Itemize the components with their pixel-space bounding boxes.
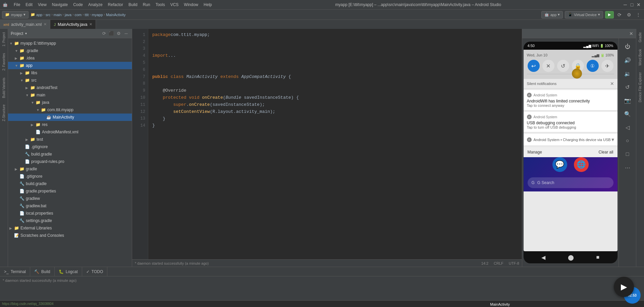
breadcrumb-app[interactable]: app bbox=[36, 13, 42, 17]
tree-item[interactable]: 🔧 gradlew.bat bbox=[8, 202, 132, 210]
tab-activity-xml[interactable]: xml activity_main.xml ✕ bbox=[0, 20, 50, 29]
expand-icon[interactable]: ▾ bbox=[611, 136, 614, 143]
tab-close-icon[interactable]: ✕ bbox=[44, 22, 47, 27]
tab-favorites[interactable]: 2: Favorites bbox=[0, 50, 8, 74]
home-button[interactable]: ⬤ bbox=[568, 254, 574, 261]
breadcrumb-src[interactable]: src bbox=[46, 13, 51, 17]
tree-item[interactable]: 📄 AndroidManifest.xml bbox=[8, 128, 132, 136]
menu-vcs[interactable]: VCS bbox=[168, 2, 181, 8]
tree-item[interactable]: 📄 .gitignore bbox=[8, 173, 132, 180]
sync-icon[interactable]: ⟳ bbox=[101, 31, 107, 37]
menu-edit[interactable]: Edit bbox=[23, 2, 35, 8]
quick-wifi-button[interactable]: ↩ bbox=[528, 60, 540, 72]
tab-todo[interactable]: ✓ TODO bbox=[82, 267, 107, 276]
tree-item[interactable]: ▶ 📁 libs bbox=[8, 69, 132, 77]
minimize-button[interactable]: ─ bbox=[623, 2, 628, 7]
breadcrumb-java[interactable]: java bbox=[65, 13, 71, 17]
tree-item[interactable]: ▼ 📁 app bbox=[8, 62, 132, 69]
tree-item[interactable]: 📄 local.properties bbox=[8, 210, 132, 217]
notification-close-icon[interactable]: ✕ bbox=[610, 81, 614, 86]
volume-up-button[interactable]: 🔊 bbox=[622, 54, 633, 66]
power-button[interactable]: ⏻ bbox=[622, 41, 633, 52]
tab-logcat[interactable]: 🐛 Logcat bbox=[55, 267, 82, 276]
tab-project[interactable]: 1: Project bbox=[0, 29, 8, 50]
code-lines[interactable]: package com.ttit.myapp; import ... publi… bbox=[148, 29, 522, 259]
clear-all-button[interactable]: Clear all bbox=[598, 150, 613, 155]
run-button[interactable]: ▶ bbox=[605, 11, 614, 18]
menu-analyze[interactable]: Analyze bbox=[86, 2, 105, 8]
menu-refactor[interactable]: Refactor bbox=[106, 2, 125, 8]
tree-item[interactable]: ▶ 📁 test bbox=[8, 136, 132, 143]
tree-item[interactable]: ▶ 📁 .idea bbox=[8, 54, 132, 62]
close-button[interactable]: ✕ bbox=[636, 2, 641, 7]
tab-gradle[interactable]: Gradle bbox=[636, 29, 644, 46]
quick-rotate-button[interactable]: ↺ bbox=[557, 60, 569, 72]
floating-play-button[interactable]: ▶ bbox=[614, 277, 634, 297]
collapse-icon[interactable]: ⬛ bbox=[108, 31, 114, 37]
tree-item[interactable]: 🔧 gradlew bbox=[8, 195, 132, 202]
quick-data-button[interactable]: ① bbox=[587, 60, 599, 72]
menu-view[interactable]: View bbox=[36, 2, 49, 8]
menu-help[interactable]: Help bbox=[202, 2, 214, 8]
menu-run[interactable]: Run bbox=[141, 2, 152, 8]
tab-device-file-explorer[interactable]: Device File Explorer bbox=[636, 69, 644, 105]
breadcrumb-myapp[interactable]: myapp bbox=[92, 13, 103, 17]
home-icon-messages[interactable]: 💬 bbox=[552, 157, 567, 172]
breadcrumb-main[interactable]: main bbox=[54, 13, 62, 17]
tab-terminal[interactable]: >_ Terminal bbox=[0, 267, 30, 276]
menu-file[interactable]: File bbox=[12, 2, 22, 8]
settings-icon[interactable]: ⚙ bbox=[116, 31, 122, 37]
tree-item[interactable]: 📄 gradle.properties bbox=[8, 187, 132, 195]
more-icon[interactable]: ⋮ bbox=[635, 11, 642, 18]
maximize-button[interactable]: □ bbox=[629, 2, 635, 7]
back-nav-button[interactable]: ◁ bbox=[622, 122, 633, 133]
zoom-button[interactable]: 🔍 bbox=[622, 108, 633, 120]
tab-close-icon[interactable]: ✕ bbox=[89, 22, 92, 27]
menu-build[interactable]: Build bbox=[126, 2, 140, 8]
breadcrumb-com[interactable]: com bbox=[74, 13, 82, 17]
notification-charging[interactable]: A Android System • Charging this device … bbox=[524, 134, 618, 146]
menu-window[interactable]: Window bbox=[182, 2, 200, 8]
home-nav-button[interactable]: ○ bbox=[622, 135, 633, 146]
manage-button[interactable]: Manage bbox=[528, 150, 542, 155]
tree-item[interactable]: ▶ 📁 res bbox=[8, 121, 132, 128]
tab-mainactivity-java[interactable]: J MainActivity.java ✕ bbox=[50, 20, 96, 29]
emulator-close-button[interactable]: ✕ bbox=[629, 31, 633, 36]
notification-usb[interactable]: A Android System USB debugging connected… bbox=[524, 112, 618, 132]
home-icon-chrome[interactable]: 🌐 bbox=[574, 157, 589, 172]
tree-item[interactable]: ▶ 📁 androidTest bbox=[8, 84, 132, 91]
tree-item[interactable]: ☕ MainActivity bbox=[8, 114, 132, 121]
search-bar[interactable]: G G Search bbox=[528, 177, 613, 188]
app-dropdown[interactable]: 🤖 app ▾ bbox=[541, 11, 563, 18]
tree-item[interactable]: ▶ 📁 gradle bbox=[8, 165, 132, 173]
device-dropdown[interactable]: 📱 Virtual Device ▾ bbox=[565, 11, 603, 18]
screenshot-button[interactable]: 📷 bbox=[622, 95, 633, 106]
back-button[interactable]: ◀ bbox=[541, 254, 545, 261]
tab-build[interactable]: 🔨 Build bbox=[30, 267, 55, 276]
code-content[interactable]: 1 2 3 4 5 6 7 8 9 10 11 12 13 14 package… bbox=[132, 29, 522, 259]
quick-airplane-button[interactable]: ✈ bbox=[601, 60, 613, 72]
tree-item[interactable]: ▼ 📁 src bbox=[8, 77, 132, 84]
minimize-panel-icon[interactable]: ─ bbox=[123, 31, 129, 37]
recents-button[interactable]: ■ bbox=[596, 254, 599, 260]
tree-item[interactable]: ▶ 📁 External Libraries bbox=[8, 224, 132, 232]
menu-tools[interactable]: Tools bbox=[154, 2, 167, 8]
breadcrumb-ttit[interactable]: ttit bbox=[85, 13, 89, 17]
tree-item[interactable]: 📄 proguard-rules.pro bbox=[8, 158, 132, 165]
notification-wifi[interactable]: A Android System AndroidWifi has limited… bbox=[524, 90, 618, 111]
quick-circle-button[interactable]: ✕ bbox=[542, 60, 554, 72]
tab-build-variants[interactable]: Build Variants bbox=[0, 74, 8, 101]
menu-navigate[interactable]: Navigate bbox=[50, 2, 70, 8]
rotate-button[interactable]: ↺ bbox=[622, 81, 633, 93]
project-dropdown[interactable]: 📁 myapp ▾ bbox=[2, 11, 29, 18]
tree-item[interactable]: 🔧 build.gradle bbox=[8, 180, 132, 187]
tree-item[interactable]: 📝 Scratches and Consoles bbox=[8, 232, 132, 239]
tree-item[interactable]: ▼ 📁 java bbox=[8, 99, 132, 106]
tab-z-structure[interactable]: Z-Structure bbox=[0, 101, 8, 125]
volume-down-button[interactable]: 🔉 bbox=[622, 68, 633, 79]
breadcrumb-file[interactable]: MainActivity bbox=[106, 13, 126, 17]
recents-nav-button[interactable]: □ bbox=[622, 148, 633, 160]
tree-item[interactable]: ▼ 📁 main bbox=[8, 91, 132, 99]
tab-word-book[interactable]: Word Book bbox=[636, 46, 644, 69]
tree-item[interactable]: 📄 .gitignore bbox=[8, 143, 132, 150]
